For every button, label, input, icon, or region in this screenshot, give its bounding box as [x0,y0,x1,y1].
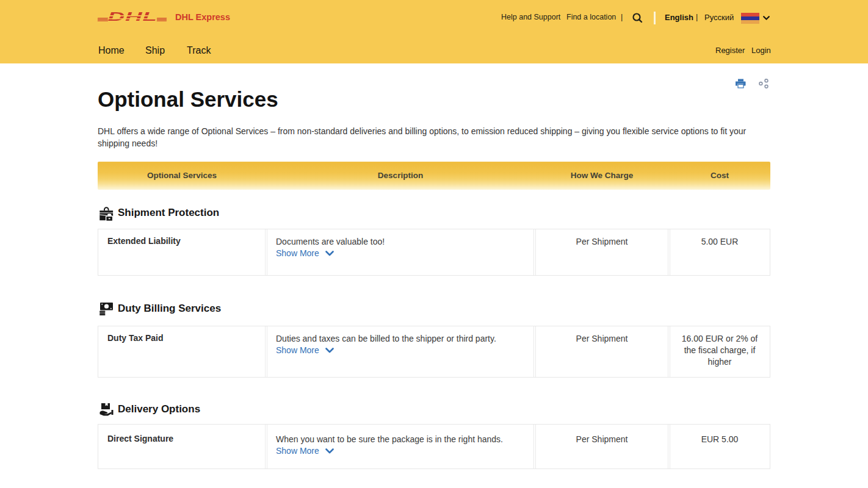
svg-text:DHL: DHL [108,11,157,23]
